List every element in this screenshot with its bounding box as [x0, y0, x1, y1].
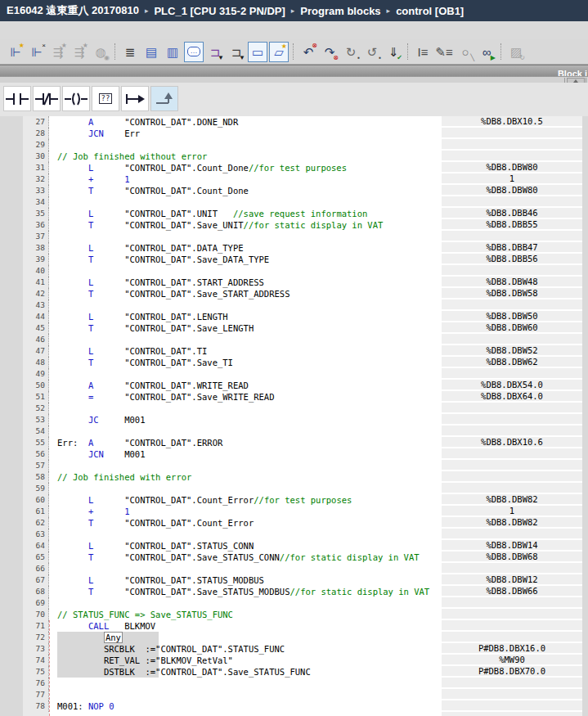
code-cell[interactable]: T "CONTROL_DAT".Save_LENGTH	[49, 322, 442, 334]
code-cell[interactable]	[49, 426, 442, 437]
breadcrumb-item[interactable]: Program blocks	[300, 5, 380, 17]
breadcrumb-item[interactable]: control [OB1]	[396, 5, 464, 17]
code-cell[interactable]: DSTBLK :="CONTROL_DAT".Save_STATUS_FUNC	[49, 666, 442, 678]
line-number: 30	[23, 151, 49, 162]
code-cell[interactable]: JCN M001	[49, 448, 442, 460]
code-cell[interactable]: Err: A "CONTROL_DAT".ERROR	[49, 437, 442, 448]
code-cell[interactable]: L "CONTROL_DAT".LENGTH	[49, 311, 442, 322]
operand-address	[442, 563, 582, 574]
breadcrumb-item[interactable]: E16042 遠東重八 20170810	[7, 3, 139, 18]
code-cell[interactable]: T "CONTROL_DAT".Save_DATA_TYPE	[49, 254, 442, 265]
code-cell[interactable]	[49, 368, 442, 380]
code-cell[interactable]	[49, 196, 442, 208]
code-cell[interactable]: T "CONTROL_DAT".Save_TI	[49, 357, 442, 368]
code-cell[interactable]: T "CONTROL_DAT".Save_START_ADDRESS	[49, 288, 442, 299]
code-cell[interactable]: // Job finished with error	[49, 471, 442, 483]
code-cell[interactable]: L "CONTROL_DAT".STATUS_CONN	[49, 540, 442, 552]
code-cell[interactable]: CALL BLKMOV	[49, 620, 442, 632]
code-cell[interactable]	[49, 460, 442, 471]
line-number: 33	[23, 185, 49, 196]
favorites-button[interactable]: ▱★	[269, 42, 289, 62]
code-cell[interactable]	[49, 678, 442, 689]
code-cell[interactable]	[49, 529, 442, 540]
search-icon: ○	[461, 46, 469, 58]
code-token: //for static display in VAT	[290, 587, 429, 597]
code-cell[interactable]: L "CONTROL_DAT".Count_Done//for test pur…	[49, 162, 442, 173]
code-token: JCN	[57, 449, 124, 459]
load-snapshot-button[interactable]: ↺▪	[362, 42, 382, 62]
normally-closed-contact-button[interactable]	[33, 86, 61, 111]
breadcrumb-item[interactable]: PLC_1 [CPU 315-2 PN/DP]	[154, 5, 285, 17]
code-cell[interactable]: JCN Err	[49, 128, 442, 139]
insert-element-alt-button[interactable]: ⊐▼	[227, 42, 246, 62]
code-cell[interactable]: M001: NOP 0	[49, 700, 442, 712]
code-cell[interactable]: + 1	[49, 506, 442, 517]
code-cell[interactable]	[49, 563, 442, 574]
network-list-button[interactable]: ≣	[120, 42, 140, 62]
line-number: 46	[23, 334, 49, 345]
absolute-operands-button[interactable]: I≡	[413, 42, 433, 62]
any-parameter-field[interactable]: Any	[104, 632, 123, 643]
overview-window-button[interactable]: ▭	[248, 42, 267, 62]
code-cell[interactable]: L "CONTROL_DAT".UNIT //save request info…	[49, 208, 442, 219]
code-cell[interactable]: + 1	[49, 173, 442, 185]
next-error-button[interactable]: ↷⊗	[320, 42, 339, 62]
code-cell[interactable]: A "CONTROL_DAT".DONE_NDR	[49, 116, 442, 128]
download-to-device-button[interactable]: ⇓✔	[384, 42, 403, 62]
monitoring-button[interactable]: ∞▶	[477, 42, 496, 62]
code-token: M001:	[57, 701, 88, 711]
code-cell[interactable]: // STATUS_FUNC => Save_STATUS_FUNC	[49, 609, 442, 620]
insert-element-button[interactable]: ⊐▼	[205, 42, 225, 62]
operand-address: %DB8.DBX54.0	[442, 380, 582, 391]
code-cell[interactable]: T "CONTROL_DAT".Count_Error	[49, 517, 442, 529]
operand-address: P#DB8.DBX70.0	[442, 666, 582, 678]
previous-error-button[interactable]: ↶⊗	[298, 42, 318, 62]
code-cell[interactable]: Any	[49, 632, 442, 643]
code-cell[interactable]	[49, 265, 442, 277]
normally-open-contact-button[interactable]	[3, 86, 31, 111]
code-cell[interactable]: L "CONTROL_DAT".START_ADDRESS	[49, 277, 442, 288]
code-token: L	[57, 209, 124, 218]
code-cell[interactable]: RET_VAL :="BLKMOV_RetVal"	[49, 655, 442, 666]
collapse-networks-button[interactable]: ▥	[163, 42, 182, 62]
code-cell[interactable]	[49, 139, 442, 151]
code-cell[interactable]	[49, 231, 442, 242]
code-cell[interactable]: = "CONTROL_DAT".Save_WRITE_READ	[49, 391, 442, 403]
empty-box-button[interactable]: ??	[92, 86, 119, 111]
code-cell[interactable]: SRCBLK :="CONTROL_DAT".STATUS_FUNC	[49, 643, 442, 655]
delete-network-button[interactable]: ⊩×	[27, 42, 47, 62]
code-cell[interactable]: L "CONTROL_DAT".DATA_TYPE	[49, 242, 442, 254]
code-cell[interactable]: T "CONTROL_DAT".Save_UNIT//for static di…	[49, 219, 442, 231]
code-cell[interactable]: JC M001	[49, 414, 442, 426]
close-branch-button[interactable]	[150, 86, 178, 111]
code-cell[interactable]: A "CONTROL_DAT".WRITE_READ	[49, 380, 442, 391]
stl-editor[interactable]: 27 A "CONTROL_DAT".DONE_NDR%DB8.DBX10.52…	[0, 116, 588, 716]
upload-snapshot-button[interactable]: ↻▪	[341, 42, 361, 62]
splitter-bar[interactable]	[0, 76, 588, 83]
code-cell[interactable]: T "CONTROL_DAT".Count_Done	[49, 185, 442, 196]
expand-networks-button[interactable]: ▤	[141, 42, 161, 62]
line-number: 36	[23, 219, 49, 231]
search-button[interactable]: ○╲	[456, 42, 475, 62]
symbolic-operands-button[interactable]: ✎≡	[434, 42, 454, 62]
insert-network-button[interactable]: ⊩★	[6, 42, 25, 62]
code-cell[interactable]: L "CONTROL_DAT".TI	[49, 345, 442, 357]
code-cell[interactable]: // Job finished without error	[49, 151, 442, 162]
code-cell[interactable]	[49, 334, 442, 345]
code-cell[interactable]: L "CONTROL_DAT".STATUS_MODBUS	[49, 574, 442, 586]
code-cell[interactable]	[49, 403, 442, 414]
code-token: T	[57, 358, 124, 367]
block-interface-header[interactable]: Block i	[0, 65, 588, 76]
code-cell[interactable]: T "CONTROL_DAT".Save_STATUS_CONN//for st…	[49, 552, 442, 563]
toggle-comments-button[interactable]: …	[184, 42, 204, 62]
open-branch-button[interactable]	[121, 86, 149, 111]
code-cell[interactable]	[49, 483, 442, 494]
code-cell[interactable]	[49, 299, 442, 311]
code-cell[interactable]	[49, 689, 442, 700]
code-cell[interactable]	[49, 597, 442, 609]
operand-address	[442, 426, 582, 437]
code-token: "CONTROL_DAT".ERROR	[124, 438, 222, 448]
code-cell[interactable]: L "CONTROL_DAT".Count_Error//for test pu…	[49, 494, 442, 506]
code-cell[interactable]: T "CONTROL_DAT".Save_STATUS_MODBUS//for …	[49, 586, 442, 597]
coil-button[interactable]	[62, 86, 90, 111]
